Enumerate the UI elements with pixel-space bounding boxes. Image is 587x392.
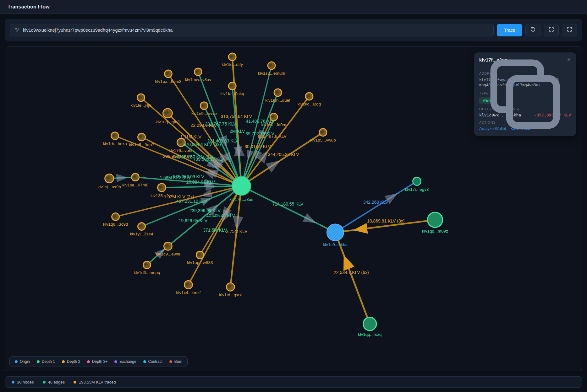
status-item-dot <box>43 381 46 384</box>
node-label: klv1le...j4j9 <box>130 103 151 108</box>
legend-item-dot <box>114 360 117 363</box>
node-label: klv1uq...qfu3 <box>156 120 179 124</box>
edge-label: 18,869.81 KLV (8x) <box>367 218 404 223</box>
status-item-dot <box>74 381 76 384</box>
edge-label: 2M KLV <box>230 129 245 134</box>
graph-panel: klv17f...a3usklv1c9...6khaklv17r...egv3k… <box>5 46 582 371</box>
edge-label: 371.5M KLV <box>203 228 227 233</box>
node-label: klv1yj...3ze4 <box>130 232 153 236</box>
graph-edge <box>232 86 241 186</box>
status-item: 30 nodes <box>12 380 34 384</box>
edge-label: 535,066.09 KLV <box>173 174 205 179</box>
edge-label: 30,014.9 KLV <box>244 144 271 149</box>
node-label: klv17f...a3us <box>229 197 253 202</box>
edge-arrow-icon <box>116 174 128 182</box>
node-label: klv1q6...3c9d <box>103 222 128 227</box>
legend-item-dot <box>37 360 40 363</box>
edge-label: 670,084.4 KLV (3x) <box>184 142 221 147</box>
statusbar: 30 nodes46 edges193.55M KLV traced <box>5 376 582 388</box>
edge-label: 739,506.57 KLV <box>193 157 225 162</box>
trace-fork-icon <box>15 28 20 33</box>
edge-label: 714,180.55 KLV <box>272 202 304 207</box>
node-label: klv1qq...m89z <box>422 229 448 234</box>
edge-label: 239,396.99 KLV <box>189 208 221 213</box>
graph-edge <box>335 181 417 233</box>
status-item-dot <box>12 381 14 384</box>
node-label: klv1s2...emum <box>258 71 285 76</box>
search-input-wrap[interactable] <box>10 24 494 36</box>
status-item: 193.55M KLV traced <box>74 380 116 384</box>
node-label: klv1qq...rszq <box>358 332 382 337</box>
node-label: klv1td...gxrx <box>219 293 242 297</box>
legend-item: Depth 3+ <box>87 359 107 364</box>
legend-item: Depth 2 <box>62 359 80 364</box>
node-label: klv17r...egv3 <box>405 187 429 192</box>
legend-item: Burn <box>169 359 182 364</box>
expand-corners-icon <box>549 27 554 34</box>
edge-label: 342,260 KLV <box>363 200 388 205</box>
fullscreen-corners-icon <box>567 27 572 34</box>
legend-item-dot <box>15 360 18 363</box>
edge-label: 344,205.26 KLV <box>268 152 299 157</box>
node-label: klv1mw...v8av <box>185 77 211 82</box>
edge-label: 313,754.64 KLV <box>221 114 252 119</box>
reset-icon <box>530 27 536 34</box>
node-label: klv1p5...vwup <box>310 138 336 142</box>
node-details-panel: klv17f...a3us ✕ ADDRESS klv17f520wyaamzq… <box>474 52 576 136</box>
graph-edge <box>241 96 309 186</box>
graph-node-center[interactable] <box>232 177 251 196</box>
edge-label: 301,767.75 KLV <box>205 121 237 126</box>
node-label: klv1kc...l2gg <box>298 102 321 106</box>
legend-item: Depth 1 <box>37 359 55 364</box>
edge-arrow-icon <box>353 223 368 234</box>
graph-node-c9_6kha[interactable] <box>327 224 344 241</box>
search-toolbar: Trace <box>5 19 582 41</box>
edge-label: 41,489.76 KLV <box>246 119 275 124</box>
node-label: klv1ld...dtfy <box>222 62 243 67</box>
edge-arrow-icon <box>343 255 354 271</box>
edge-label: 1.11M KLV <box>180 134 202 139</box>
graph-node-egv3[interactable] <box>413 177 421 185</box>
address-input[interactable] <box>23 28 489 33</box>
reset-view-button[interactable] <box>525 24 540 36</box>
node-label: klv1sa...07m0 <box>122 183 148 187</box>
node-label: klv1x4...kmzf <box>176 290 200 295</box>
edge-label: 886,487.8 KLV <box>258 134 287 139</box>
node-label: klv1c9...ewhl <box>156 252 180 256</box>
node-label: klv1sj...ux9h <box>98 185 121 189</box>
graph-edge <box>162 186 241 188</box>
edge-label: 19,626.65 KLV <box>179 218 208 223</box>
page-title: Transaction Flow <box>8 4 50 10</box>
node-label: klv1up...w833 <box>187 260 213 265</box>
node-label: klv1rh...hexa <box>103 141 127 146</box>
node-label: klv1c9...6kha <box>323 242 348 247</box>
fullscreen-button[interactable] <box>562 24 577 36</box>
edge-label: 40,405.42 KLV <box>206 213 235 218</box>
node-label: klv1km...quef <box>265 98 290 103</box>
legend-item-dot <box>62 360 65 363</box>
legend: OriginDepth 1Depth 2Depth 3+ExchangeCont… <box>9 356 188 367</box>
edge-label: 22,534.7 KLV (6x) <box>334 270 369 275</box>
trace-button[interactable]: Trace <box>497 24 522 36</box>
node-label: klv176...vphh <box>169 148 194 153</box>
graph-node-rszq[interactable] <box>363 317 376 330</box>
status-item: 46 edges <box>43 380 65 384</box>
legend-item: Contract <box>143 359 162 364</box>
fit-view-button[interactable] <box>544 24 559 36</box>
legend-item-dot <box>169 360 172 363</box>
legend-item-dot <box>87 360 90 363</box>
node-label: klv1fa...0ukq <box>220 91 244 96</box>
edge-arrow-icon <box>303 213 316 223</box>
node-label: klv1d3...mepq <box>134 270 160 275</box>
node-label: klv1pa...9em3 <box>155 79 182 84</box>
edge-label: 457,231.12 KLV <box>176 199 208 204</box>
legend-item: Exchange <box>114 359 136 364</box>
graph-edge <box>241 186 335 233</box>
app-header: Transaction Flow <box>0 0 587 14</box>
node-label: klv1e5...9ap7 <box>129 142 154 147</box>
graph-node-m89z[interactable] <box>428 212 443 227</box>
edge-label: 26,084.91 KLV <box>186 180 215 185</box>
legend-item-dot <box>143 360 146 363</box>
node-label: klv1n9...wvve <box>191 111 217 116</box>
edge-arrow-icon <box>266 160 280 173</box>
